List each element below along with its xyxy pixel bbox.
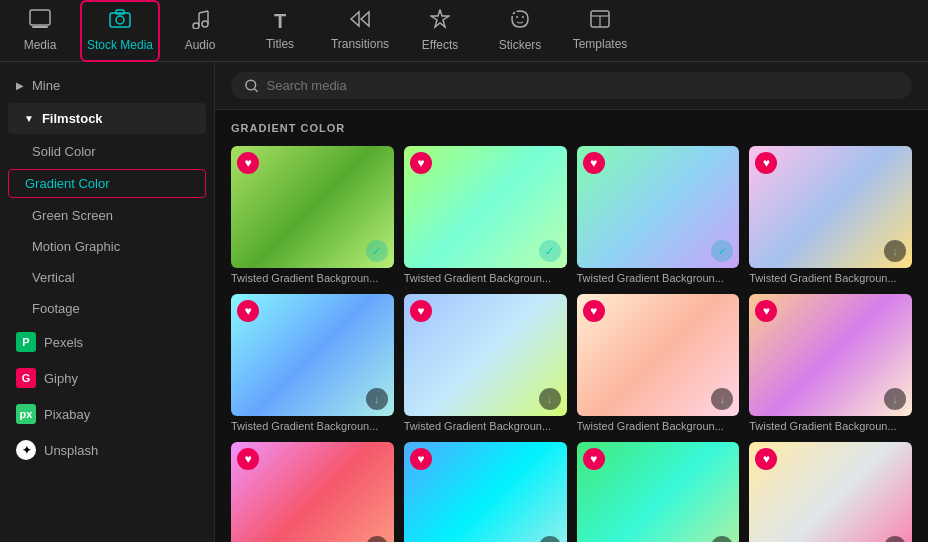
heart-icon[interactable]: ♥ bbox=[755, 448, 777, 470]
svg-point-3 bbox=[116, 16, 124, 24]
pixabay-icon: px bbox=[16, 404, 36, 424]
download-icon[interactable]: ↓ bbox=[539, 388, 561, 410]
stickers-icon bbox=[510, 9, 530, 34]
search-bar bbox=[215, 62, 928, 110]
nav-audio[interactable]: Audio bbox=[160, 0, 240, 62]
grid-item[interactable]: ♥✓Twisted Gradient Backgroun... bbox=[231, 146, 394, 284]
heart-icon[interactable]: ♥ bbox=[410, 300, 432, 322]
audio-icon bbox=[191, 9, 209, 34]
grid-item[interactable]: ♥↓Twisted Gradient Backgroun... bbox=[577, 442, 740, 542]
download-icon[interactable]: ↓ bbox=[884, 388, 906, 410]
section-title: GRADIENT COLOR bbox=[231, 122, 912, 134]
grid-item[interactable]: ♥↓Twisted Gradient Backgroun... bbox=[231, 294, 394, 432]
grid-item[interactable]: ♥↓Twisted Gradient Backgroun... bbox=[231, 442, 394, 542]
content-area: GRADIENT COLOR ♥✓Twisted Gradient Backgr… bbox=[215, 62, 928, 542]
grid-item[interactable]: ♥↓Twisted Gradient Backgroun... bbox=[404, 294, 567, 432]
svg-line-9 bbox=[199, 11, 208, 13]
svg-rect-2 bbox=[110, 13, 130, 27]
sidebar-item-footage[interactable]: Footage bbox=[0, 293, 214, 324]
sidebar-item-mine[interactable]: ▶ Mine bbox=[0, 70, 214, 101]
grid-item-label: Twisted Gradient Backgroun... bbox=[749, 272, 912, 284]
grid-item-label: Twisted Gradient Backgroun... bbox=[404, 272, 567, 284]
svg-line-17 bbox=[255, 88, 258, 91]
nav-titles[interactable]: T Titles bbox=[240, 0, 320, 62]
stock-media-icon bbox=[109, 9, 131, 34]
heart-icon[interactable]: ♥ bbox=[583, 152, 605, 174]
sidebar-item-solid-color[interactable]: Solid Color bbox=[0, 136, 214, 167]
grid-item[interactable]: ♥↓Twisted Gradient Backgroun... bbox=[749, 146, 912, 284]
mine-arrow-icon: ▶ bbox=[16, 80, 24, 91]
heart-icon[interactable]: ♥ bbox=[755, 300, 777, 322]
grid-item[interactable]: ♥↓Twisted Gradient Backgroun... bbox=[404, 442, 567, 542]
sidebar-item-green-screen[interactable]: Green Screen bbox=[0, 200, 214, 231]
sidebar-item-vertical[interactable]: Vertical bbox=[0, 262, 214, 293]
media-grid: ♥✓Twisted Gradient Backgroun...♥✓Twisted… bbox=[231, 146, 912, 542]
svg-point-16 bbox=[246, 80, 256, 90]
effects-icon bbox=[430, 9, 450, 34]
templates-icon bbox=[590, 10, 610, 33]
grid-item-label: Twisted Gradient Backgroun... bbox=[577, 420, 740, 432]
svg-point-5 bbox=[193, 23, 199, 29]
grid-item[interactable]: ♥↓Twisted Gradient Backgroun... bbox=[749, 294, 912, 432]
download-icon[interactable]: ↓ bbox=[711, 536, 733, 542]
grid-item-label: Twisted Gradient Backgroun... bbox=[231, 272, 394, 284]
download-icon[interactable]: ↓ bbox=[884, 536, 906, 542]
heart-icon[interactable]: ♥ bbox=[237, 152, 259, 174]
check-icon[interactable]: ✓ bbox=[366, 240, 388, 262]
svg-rect-4 bbox=[116, 10, 124, 14]
download-icon[interactable]: ↓ bbox=[884, 240, 906, 262]
grid-item[interactable]: ♥↓Twisted Gradient Backgroun... bbox=[577, 294, 740, 432]
search-icon bbox=[245, 79, 259, 93]
content-body: GRADIENT COLOR ♥✓Twisted Gradient Backgr… bbox=[215, 110, 928, 542]
top-navigation: Media Stock Media Audio T Titles bbox=[0, 0, 928, 62]
heart-icon[interactable]: ♥ bbox=[583, 448, 605, 470]
heart-icon[interactable]: ♥ bbox=[237, 448, 259, 470]
sidebar-item-giphy[interactable]: G Giphy bbox=[0, 360, 214, 396]
download-icon[interactable]: ↓ bbox=[539, 536, 561, 542]
sidebar-item-pexels[interactable]: P Pexels bbox=[0, 324, 214, 360]
grid-item[interactable]: ♥↓Twisted Gradient Backgroun... bbox=[749, 442, 912, 542]
nav-media[interactable]: Media bbox=[0, 0, 80, 62]
svg-rect-0 bbox=[30, 10, 50, 25]
search-input-wrap[interactable] bbox=[231, 72, 912, 99]
check-icon[interactable]: ✓ bbox=[539, 240, 561, 262]
download-icon[interactable]: ↓ bbox=[711, 388, 733, 410]
media-icon bbox=[29, 9, 51, 34]
titles-icon: T bbox=[274, 10, 286, 33]
search-input[interactable] bbox=[267, 78, 898, 93]
grid-item[interactable]: ♥✓Twisted Gradient Backgroun... bbox=[577, 146, 740, 284]
grid-item-label: Twisted Gradient Backgroun... bbox=[404, 420, 567, 432]
sidebar-item-filmstock[interactable]: ▼ Filmstock bbox=[8, 103, 206, 134]
nav-stickers[interactable]: Stickers bbox=[480, 0, 560, 62]
check-icon[interactable]: ✓ bbox=[711, 240, 733, 262]
nav-transitions[interactable]: Transitions bbox=[320, 0, 400, 62]
nav-templates[interactable]: Templates bbox=[560, 0, 640, 62]
sidebar-item-motion-graphic[interactable]: Motion Graphic bbox=[0, 231, 214, 262]
main-area: ▶ Mine ▼ Filmstock Solid Color Gradient … bbox=[0, 62, 928, 542]
grid-item-label: Twisted Gradient Backgroun... bbox=[577, 272, 740, 284]
svg-rect-1 bbox=[32, 26, 48, 28]
sidebar-item-gradient-color[interactable]: Gradient Color bbox=[8, 169, 206, 198]
sidebar-item-unsplash[interactable]: ✦ Unsplash bbox=[0, 432, 214, 468]
heart-icon[interactable]: ♥ bbox=[410, 448, 432, 470]
pexels-icon: P bbox=[16, 332, 36, 352]
grid-item[interactable]: ♥✓Twisted Gradient Backgroun... bbox=[404, 146, 567, 284]
download-icon[interactable]: ↓ bbox=[366, 388, 388, 410]
giphy-icon: G bbox=[16, 368, 36, 388]
grid-item-label: Twisted Gradient Backgroun... bbox=[231, 420, 394, 432]
nav-effects[interactable]: Effects bbox=[400, 0, 480, 62]
svg-point-12 bbox=[522, 16, 524, 18]
unsplash-icon: ✦ bbox=[16, 440, 36, 460]
heart-icon[interactable]: ♥ bbox=[410, 152, 432, 174]
sidebar-item-pixabay[interactable]: px Pixabay bbox=[0, 396, 214, 432]
nav-stock-media[interactable]: Stock Media bbox=[80, 0, 160, 62]
heart-icon[interactable]: ♥ bbox=[583, 300, 605, 322]
heart-icon[interactable]: ♥ bbox=[237, 300, 259, 322]
sidebar: ▶ Mine ▼ Filmstock Solid Color Gradient … bbox=[0, 62, 215, 542]
transitions-icon bbox=[349, 10, 371, 33]
download-icon[interactable]: ↓ bbox=[366, 536, 388, 542]
grid-item-label: Twisted Gradient Backgroun... bbox=[749, 420, 912, 432]
heart-icon[interactable]: ♥ bbox=[755, 152, 777, 174]
filmstock-arrow-icon: ▼ bbox=[24, 113, 34, 124]
svg-marker-10 bbox=[431, 10, 449, 27]
